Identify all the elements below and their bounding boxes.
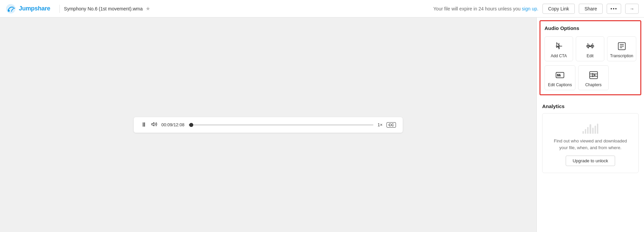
jumpshare-logo-icon	[5, 3, 16, 14]
time-display: 00:09/12:08	[161, 122, 185, 127]
header: Jumpshare Symphony No.6 (1st movement).w…	[0, 0, 644, 18]
progress-thumb	[189, 123, 193, 127]
audio-options-section: Audio Options Add CTA	[539, 20, 641, 95]
chapters-option[interactable]: Chapters	[578, 65, 609, 90]
upgrade-to-unlock-button[interactable]: Upgrade to unlock	[566, 156, 615, 166]
volume-icon[interactable]	[151, 121, 157, 129]
analytics-card: Find out who viewed and downloaded your …	[542, 113, 639, 173]
speed-indicator[interactable]: 1×	[377, 122, 383, 127]
header-right: Your file will expire in 24 hours unless…	[433, 4, 639, 14]
chart-bar	[582, 131, 584, 134]
chapters-icon	[588, 70, 599, 80]
copy-link-button[interactable]: Copy Link	[542, 4, 575, 14]
pause-button[interactable]: ⏸	[140, 121, 147, 128]
analytics-description: Find out who viewed and downloaded your …	[549, 138, 632, 151]
edit-captions-label: Edit Captions	[548, 82, 572, 87]
transcription-option[interactable]: Transcription	[607, 36, 636, 61]
analytics-title: Analytics	[542, 103, 639, 109]
logo-text: Jumpshare	[19, 5, 50, 12]
header-divider	[59, 5, 60, 13]
edit-icon	[585, 41, 596, 52]
add-cta-icon	[554, 41, 564, 52]
logo-area: Jumpshare	[5, 3, 50, 14]
audio-options-row1: Add CTA	[545, 36, 636, 61]
file-name: Symphony No.6 (1st movement).wma	[64, 6, 143, 11]
sidebar: Audio Options Add CTA	[536, 18, 644, 232]
chart-bar	[585, 129, 586, 134]
sign-up-link[interactable]: sign up.	[522, 6, 538, 11]
transcription-icon	[616, 41, 627, 52]
svg-point-0	[6, 4, 15, 13]
audio-player: ⏸ 00:09/12:08 1× CC	[134, 117, 403, 133]
edit-captions-icon: CC	[555, 70, 565, 80]
progress-bar[interactable]	[189, 124, 373, 126]
chart-bar	[590, 124, 591, 134]
edit-option[interactable]: Edit	[576, 36, 604, 61]
transcription-label: Transcription	[610, 54, 633, 58]
chapters-label: Chapters	[585, 82, 602, 87]
more-options-button[interactable]: •••	[607, 4, 621, 14]
edit-label: Edit	[587, 54, 594, 58]
empty-cell	[611, 65, 636, 90]
cc-button[interactable]: CC	[387, 122, 396, 128]
main-content: ⏸ 00:09/12:08 1× CC Audio Options	[0, 18, 644, 232]
forward-button[interactable]: →	[625, 4, 639, 14]
favorite-star-icon[interactable]: ★	[146, 5, 150, 12]
analytics-chart	[582, 120, 599, 134]
svg-rect-14	[590, 72, 597, 79]
expire-notice: Your file will expire in 24 hours unless…	[433, 6, 538, 11]
svg-point-1	[8, 10, 10, 12]
add-cta-label: Add CTA	[551, 54, 567, 58]
add-cta-option[interactable]: Add CTA	[545, 36, 573, 61]
share-button[interactable]: Share	[579, 4, 603, 14]
chart-bar	[595, 126, 596, 134]
chart-bar	[587, 127, 589, 134]
player-area: ⏸ 00:09/12:08 1× CC	[0, 18, 536, 232]
analytics-section: Analytics Find out who viewed and downlo…	[537, 98, 644, 178]
audio-options-title: Audio Options	[545, 25, 636, 31]
svg-marker-2	[152, 122, 154, 126]
chart-bar	[597, 124, 598, 134]
audio-options-row2: CC Edit Captions	[545, 65, 636, 90]
chart-bar	[592, 128, 594, 134]
edit-captions-option[interactable]: CC Edit Captions	[545, 65, 575, 90]
